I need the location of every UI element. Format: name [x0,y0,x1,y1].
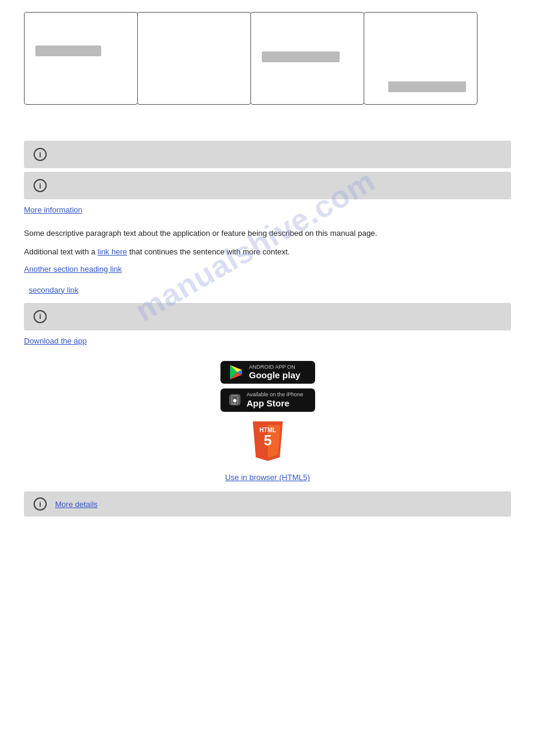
info-box-1: i [24,141,511,168]
app-store-main-label: App Store [247,398,303,409]
html5-container: 5 HTML [24,421,511,463]
paragraph-1: Some descriptive paragraph text about th… [24,227,511,240]
paragraph-2: Additional text with a link here that co… [24,246,511,259]
card-3-bar [262,51,340,62]
para2-text: Additional text with a [24,247,95,256]
google-play-icon [228,364,244,381]
svg-point-7 [234,402,235,403]
card-4-bar [388,81,466,92]
app-store-badge[interactable]: ● Available on the iPhone App Store [220,388,315,412]
bottom-info-icon: i [34,497,47,511]
google-play-top-label: ANDROID APP ON [249,364,301,371]
para2b-text: that continues the sentence with more co… [129,247,290,256]
inline-link-1[interactable]: link here [98,247,127,256]
info-icon-3: i [34,310,47,323]
card-1 [24,12,138,105]
card-2 [137,12,251,105]
heading-link-2[interactable]: Another section heading link [24,265,122,274]
badges-container: ANDROID APP ON Google play ● Available o… [24,361,511,412]
html5-logo: 5 HTML [250,421,286,463]
info-icon-1: i [34,148,47,161]
card-4 [364,12,477,105]
google-play-badge[interactable]: ANDROID APP ON Google play [220,361,315,384]
app-store-text: Available on the iPhone App Store [247,391,303,409]
info-icon-2: i [34,179,47,192]
apple-icon: ● [228,393,242,408]
svg-text:HTML: HTML [259,427,276,433]
app-store-top-label: Available on the iPhone [247,391,303,398]
html5-browser-link[interactable]: Use in browser (HTML5) [225,473,310,482]
google-play-text: ANDROID APP ON Google play [249,364,301,381]
top-cards-row [24,12,511,105]
heading-link-3[interactable]: Download the app [24,336,87,345]
bottom-info-box: i More details [24,491,511,517]
heading-link-1[interactable]: More information [24,205,83,214]
inline-link-2[interactable]: secondary link [29,286,78,294]
info-box-2: i [24,172,511,199]
bottom-info-link[interactable]: More details [55,500,98,509]
svg-text:5: 5 [264,432,271,448]
card-3 [250,12,364,105]
google-play-main-label: Google play [249,370,301,381]
info-box-3: i [24,303,511,330]
card-1-bar [35,45,101,56]
